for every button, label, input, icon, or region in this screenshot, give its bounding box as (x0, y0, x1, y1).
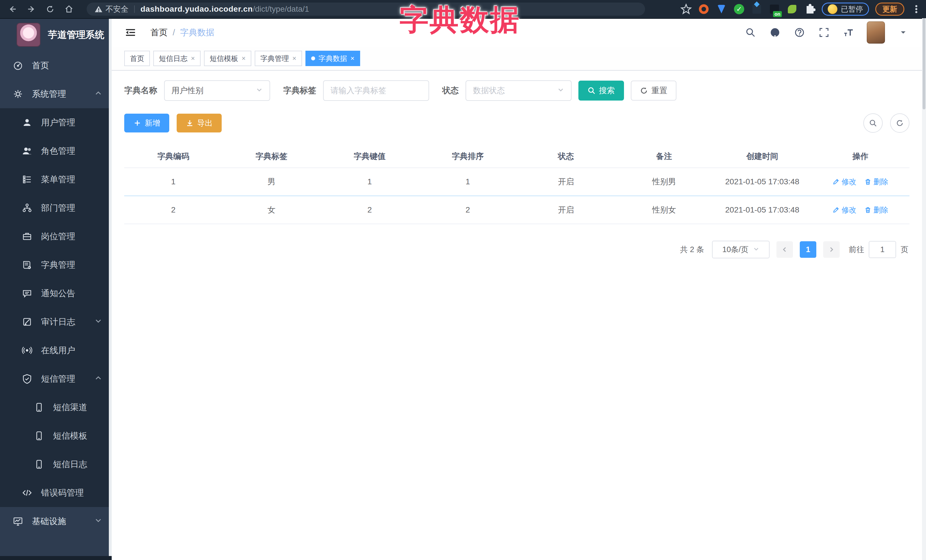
sidebar: 芋道管理系统 首页 系统管理 用户管理 角色管理 (0, 18, 112, 560)
next-page-button[interactable] (823, 241, 840, 258)
home-icon[interactable] (63, 3, 75, 15)
avatar-caret-icon[interactable] (897, 26, 909, 39)
extensions-puzzle-icon[interactable] (804, 3, 816, 15)
cell-created: 2021-01-05 17:03:48 (713, 177, 811, 186)
sidebar-fold-icon[interactable] (124, 26, 137, 39)
sidebar-item-label: 字典管理 (41, 259, 75, 271)
tab-home[interactable]: 首页 (124, 51, 150, 66)
toggle-search-button[interactable] (863, 113, 883, 133)
sidebar-item-label: 短信模板 (53, 430, 87, 442)
reset-button[interactable]: 重置 (631, 81, 676, 101)
sidebar-item-departments[interactable]: 部门管理 (0, 194, 112, 222)
table-row[interactable]: 2 女 2 2 开启 性别女 2021-01-05 17:03:48 修改 删除 (124, 196, 909, 223)
page-size-select[interactable]: 10条/页 (712, 241, 770, 258)
security-warning[interactable]: 不安全 (95, 4, 129, 14)
sidebar-item-label: 短信渠道 (53, 402, 87, 413)
tab-sms-log[interactable]: 短信日志× (153, 51, 201, 66)
reload-icon[interactable] (44, 3, 56, 15)
sidebar-item-home[interactable]: 首页 (0, 51, 112, 80)
tab-close-icon[interactable]: × (242, 54, 246, 62)
dict-label-input[interactable]: 请输入字典标签 (323, 80, 429, 101)
tab-close-icon[interactable]: × (351, 54, 354, 62)
dict-name-select[interactable]: 用户性别 (164, 80, 270, 101)
tab-label: 短信模板 (210, 54, 238, 63)
sidebar-item-dict[interactable]: 字典管理 (0, 251, 112, 279)
breadcrumb-home[interactable]: 首页 (150, 27, 168, 38)
update-button-label: 更新 (882, 4, 897, 14)
forward-icon[interactable] (25, 3, 38, 15)
sidebar-item-sms-channel[interactable]: 短信渠道 (0, 393, 112, 421)
table-header-row: 字典编码 字典标签 字典键值 字典排序 状态 备注 创建时间 操作 (124, 145, 909, 168)
export-button[interactable]: 导出 (177, 114, 222, 133)
table-row[interactable]: 1 男 1 1 开启 性别男 2021-01-05 17:03:48 修改 删除 (124, 168, 909, 196)
menu-list-icon (22, 174, 32, 185)
search-button[interactable]: 搜索 (578, 81, 624, 101)
sidebar-item-label: 基础设施 (32, 516, 66, 527)
edit-link[interactable]: 修改 (832, 177, 856, 187)
sidebar-item-menus[interactable]: 菜单管理 (0, 165, 112, 194)
browser-menu-icon[interactable] (911, 3, 922, 15)
bookmark-star-icon[interactable] (680, 3, 692, 15)
sidebar-item-notice[interactable]: 通知公告 (0, 279, 112, 308)
sidebar-scrollbar[interactable] (109, 18, 112, 560)
extension-on-badge: on (773, 11, 782, 17)
tab-close-icon[interactable]: × (191, 54, 195, 62)
page-unit-label: 页 (901, 245, 908, 255)
tab-dict-manage[interactable]: 字典管理× (255, 51, 302, 66)
page-size-value: 10条/页 (722, 245, 749, 255)
sidebar-item-sms-log[interactable]: 短信日志 (0, 450, 112, 478)
sidebar-item-posts[interactable]: 岗位管理 (0, 222, 112, 251)
emoji-avatar-icon (828, 4, 837, 14)
profile-paused-pill[interactable]: 已暂停 (822, 3, 869, 16)
phone-icon (33, 459, 44, 470)
extension-orange-icon[interactable] (698, 3, 710, 15)
user-avatar[interactable] (867, 21, 885, 44)
sidebar-item-audit-log[interactable]: 审计日志 (0, 308, 112, 336)
dict-name-value: 用户性别 (171, 85, 203, 96)
header-search-icon[interactable] (744, 26, 757, 39)
briefcase-icon (22, 231, 32, 242)
page-number-1[interactable]: 1 (800, 241, 816, 258)
sidebar-item-roles[interactable]: 角色管理 (0, 137, 112, 165)
extension-leaf-icon[interactable] (787, 3, 798, 15)
tab-dict-data[interactable]: 字典数据× (306, 51, 360, 66)
extension-on-icon[interactable]: on (769, 3, 780, 15)
sidebar-item-infrastructure[interactable]: 基础设施 (0, 507, 112, 536)
refresh-table-button[interactable] (890, 113, 909, 133)
app-logo-row[interactable]: 芋道管理系统 (0, 18, 112, 51)
sidebar-item-system[interactable]: 系统管理 (0, 80, 112, 108)
sidebar-item-error-codes[interactable]: 错误码管理 (0, 478, 112, 507)
goto-page-input[interactable]: 1 (869, 241, 896, 258)
tab-label: 短信日志 (159, 54, 188, 63)
fullscreen-icon[interactable] (818, 26, 830, 39)
sidebar-item-label: 在线用户 (41, 345, 75, 356)
help-icon[interactable] (793, 26, 806, 39)
cell-created: 2021-01-05 17:03:48 (713, 205, 811, 214)
extension-bars-icon[interactable] (751, 3, 763, 15)
back-icon[interactable] (6, 3, 19, 15)
prev-page-button[interactable] (776, 241, 793, 258)
paused-badge-label: 已暂停 (841, 4, 863, 14)
sidebar-item-users[interactable]: 用户管理 (0, 108, 112, 137)
font-size-icon[interactable] (842, 26, 855, 39)
status-placeholder: 数据状态 (473, 85, 505, 96)
edit-link[interactable]: 修改 (832, 205, 856, 215)
sidebar-item-sms-template[interactable]: 短信模板 (0, 421, 112, 450)
tab-close-icon[interactable]: × (292, 54, 296, 62)
delete-link[interactable]: 删除 (864, 205, 888, 215)
sidebar-item-online-users[interactable]: 在线用户 (0, 336, 112, 365)
chevron-down-icon (557, 86, 564, 95)
status-select[interactable]: 数据状态 (466, 80, 572, 101)
sidebar-item-sms[interactable]: 短信管理 (0, 365, 112, 393)
online-signal-icon (22, 345, 32, 356)
cell-label: 女 (222, 205, 321, 215)
extension-check-icon[interactable]: ✓ (733, 3, 745, 15)
extension-drop-icon[interactable] (716, 3, 727, 15)
github-icon[interactable] (769, 26, 781, 39)
browser-update-button[interactable]: 更新 (875, 3, 904, 16)
page-scrollbar[interactable] (922, 18, 926, 560)
delete-link[interactable]: 删除 (864, 177, 888, 187)
add-button[interactable]: 新增 (124, 114, 169, 133)
tab-sms-template[interactable]: 短信模板× (204, 51, 251, 66)
address-bar[interactable]: 不安全 dashboard.yudao.iocoder.cn /dict/typ… (86, 3, 645, 16)
